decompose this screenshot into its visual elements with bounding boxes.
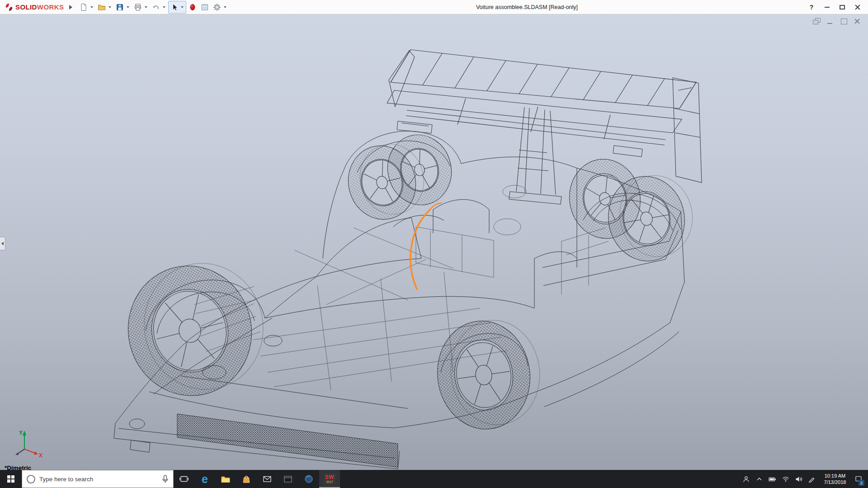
view-orientation-label: *Dimetric bbox=[5, 465, 31, 470]
chevron-up-icon bbox=[756, 476, 763, 482]
taskbar-apps: e bbox=[174, 470, 340, 488]
minimize-icon bbox=[825, 7, 830, 8]
menu-expand-arrow[interactable] bbox=[69, 5, 72, 9]
battery-button[interactable] bbox=[766, 470, 779, 488]
start-button[interactable] bbox=[0, 470, 22, 488]
solidworks-app-button[interactable]: SW 2017 bbox=[319, 470, 340, 488]
open-dropdown-caret[interactable] bbox=[108, 6, 111, 8]
brand-text-solid: SOLID bbox=[15, 3, 37, 11]
system-tray: 10:19 AM 7/13/2018 2 bbox=[740, 470, 868, 488]
minimize-button[interactable] bbox=[820, 2, 834, 13]
orientation-triad: Y X bbox=[6, 428, 45, 458]
solidworks-glyph: SW bbox=[325, 474, 334, 480]
windows-logo-icon bbox=[7, 475, 14, 483]
window-controls: ? bbox=[805, 2, 868, 13]
highlighted-edge[interactable] bbox=[410, 203, 441, 289]
document-cascade-button[interactable] bbox=[812, 18, 821, 25]
graphics-area[interactable]: Y X *Dimetric bbox=[0, 14, 868, 470]
document-title: Voiture assomblee.SLDASM [Read-only] bbox=[476, 4, 578, 10]
edge-icon: e bbox=[202, 474, 208, 485]
table-button[interactable] bbox=[199, 1, 211, 13]
select-dropdown-caret[interactable] bbox=[181, 6, 184, 8]
print-dropdown-caret[interactable] bbox=[145, 6, 147, 8]
document-close-button[interactable] bbox=[853, 18, 862, 25]
file-explorer-icon bbox=[221, 475, 230, 483]
close-button[interactable] bbox=[851, 2, 864, 13]
console-app-button[interactable] bbox=[278, 470, 298, 488]
hidden-icons-button[interactable] bbox=[753, 470, 766, 488]
axis-x-label: X bbox=[39, 452, 42, 458]
new-document-dropdown-caret[interactable] bbox=[90, 6, 93, 8]
brand-text-works: WORKS bbox=[37, 3, 64, 11]
document-minimize-button[interactable] bbox=[826, 18, 835, 25]
undo-icon bbox=[152, 3, 160, 11]
maximize-icon bbox=[840, 5, 845, 9]
store-bag-icon bbox=[242, 475, 250, 483]
volume-button[interactable] bbox=[792, 470, 805, 488]
open-icon bbox=[98, 3, 106, 11]
console-window-icon bbox=[283, 475, 292, 483]
task-view-button[interactable] bbox=[174, 470, 194, 488]
save-button[interactable] bbox=[114, 1, 126, 13]
taskbar-clock[interactable]: 10:19 AM 7/13/2018 bbox=[818, 473, 852, 485]
wifi-icon bbox=[782, 476, 789, 482]
print-button[interactable] bbox=[132, 1, 144, 13]
solidworks-year: 2017 bbox=[326, 480, 333, 483]
new-document-button[interactable] bbox=[78, 1, 90, 13]
solidworks-app-icon: SW 2017 bbox=[324, 473, 336, 485]
save-icon bbox=[116, 3, 124, 11]
select-tool-group bbox=[168, 1, 186, 14]
document-window-controls bbox=[812, 18, 862, 25]
microphone-icon[interactable] bbox=[162, 475, 169, 483]
speaker-icon bbox=[795, 476, 802, 483]
blue-sphere-icon bbox=[304, 474, 313, 483]
taskbar-search[interactable] bbox=[22, 470, 174, 488]
undo-dropdown-caret[interactable] bbox=[163, 6, 165, 8]
ds-logo-icon bbox=[5, 3, 14, 12]
undo-button[interactable] bbox=[150, 1, 162, 13]
taskbar: e bbox=[0, 470, 868, 488]
wheel-front-right-inner[interactable] bbox=[380, 128, 459, 211]
wireframe-model[interactable] bbox=[0, 14, 868, 470]
help-button[interactable]: ? bbox=[805, 2, 818, 13]
wheel-front-right-outer[interactable] bbox=[340, 136, 432, 227]
clock-date: 7/13/2018 bbox=[824, 479, 846, 485]
clock-time: 10:19 AM bbox=[825, 473, 845, 479]
people-button[interactable] bbox=[740, 470, 753, 488]
appearance-icon bbox=[189, 3, 197, 11]
network-button[interactable] bbox=[779, 470, 792, 488]
blue-app-button[interactable] bbox=[298, 470, 319, 488]
open-button[interactable] bbox=[96, 1, 108, 13]
task-view-icon bbox=[179, 475, 189, 483]
appearance-button[interactable] bbox=[187, 1, 198, 13]
notification-badge: 2 bbox=[859, 480, 864, 486]
wheel-rear-right-inner[interactable] bbox=[563, 154, 646, 244]
close-icon bbox=[854, 4, 861, 10]
maximize-button[interactable] bbox=[835, 2, 849, 13]
options-button[interactable] bbox=[211, 1, 223, 13]
battery-icon bbox=[769, 476, 776, 483]
featuremanager-collapsed-tab[interactable] bbox=[0, 237, 5, 250]
pen-button[interactable] bbox=[805, 470, 818, 488]
wheel-rear-left[interactable] bbox=[430, 314, 547, 435]
options-dropdown-caret[interactable] bbox=[224, 6, 226, 8]
quick-toolbar bbox=[78, 1, 229, 14]
cortana-icon bbox=[27, 475, 35, 483]
mail-icon bbox=[263, 475, 272, 483]
people-icon bbox=[743, 476, 750, 483]
store-app-button[interactable] bbox=[236, 470, 257, 488]
edge-app-button[interactable]: e bbox=[194, 470, 215, 488]
wheel-front-left[interactable] bbox=[114, 250, 277, 409]
file-explorer-button[interactable] bbox=[215, 470, 236, 488]
select-cursor-icon bbox=[170, 3, 179, 11]
mail-app-button[interactable] bbox=[257, 470, 278, 488]
table-icon bbox=[201, 3, 209, 11]
save-dropdown-caret[interactable] bbox=[127, 6, 129, 8]
solidworks-logo: SOLIDWORKS bbox=[0, 3, 66, 12]
print-icon bbox=[134, 3, 142, 11]
select-cursor-button[interactable] bbox=[169, 1, 180, 13]
document-maximize-button[interactable] bbox=[839, 18, 848, 25]
action-center-button[interactable]: 2 bbox=[852, 470, 865, 488]
pen-icon bbox=[808, 476, 815, 483]
search-input[interactable] bbox=[39, 476, 158, 483]
